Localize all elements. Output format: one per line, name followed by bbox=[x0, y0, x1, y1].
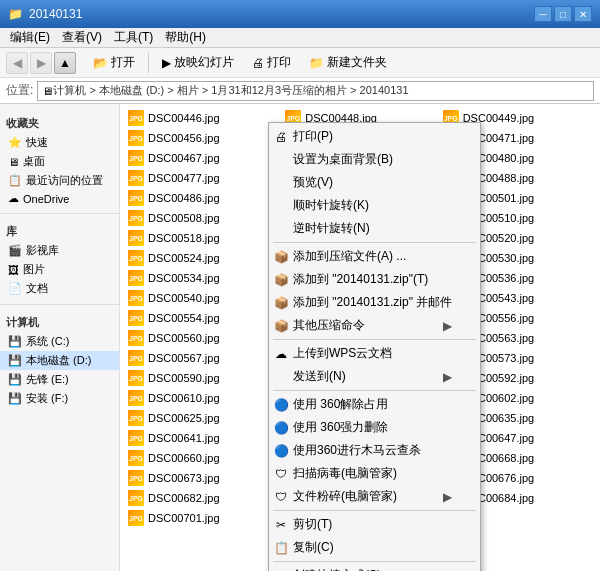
file-icon: JPG bbox=[128, 310, 144, 326]
submenu-arrow-icon: ▶ bbox=[443, 319, 452, 333]
context-menu-item[interactable]: ✂剪切(T) bbox=[269, 513, 480, 536]
close-button[interactable]: ✕ bbox=[574, 6, 592, 22]
context-menu-item-label: 扫描病毒(电脑管家) bbox=[293, 465, 397, 482]
file-item[interactable]: JPGDSC00518.jpg bbox=[124, 228, 281, 248]
print-button[interactable]: 🖨 打印 bbox=[245, 51, 298, 74]
sidebar-item-e[interactable]: 💾先锋 (E:) bbox=[0, 370, 119, 389]
file-item[interactable]: JPGDSC00641.jpg bbox=[124, 428, 281, 448]
file-item[interactable]: JPGDSC00508.jpg bbox=[124, 208, 281, 228]
context-menu-item[interactable]: 设置为桌面背景(B) bbox=[269, 148, 480, 171]
context-menu-item[interactable]: 📦添加到 "20140131.zip"(T) bbox=[269, 268, 480, 291]
file-item[interactable]: JPGDSC00486.jpg bbox=[124, 188, 281, 208]
file-item[interactable]: JPGDSC00560.jpg bbox=[124, 328, 281, 348]
sidebar-item-desktop[interactable]: 🖥桌面 bbox=[0, 152, 119, 171]
file-item[interactable]: JPGDSC00660.jpg bbox=[124, 448, 281, 468]
context-menu-item[interactable]: 逆时针旋转(N) bbox=[269, 217, 480, 240]
file-icon: JPG bbox=[128, 470, 144, 486]
forward-button[interactable]: ▶ bbox=[30, 52, 52, 74]
file-name: DSC00477.jpg bbox=[148, 172, 220, 184]
file-item[interactable]: JPGDSC00590.jpg bbox=[124, 368, 281, 388]
menu-help[interactable]: 帮助(H) bbox=[159, 28, 212, 47]
context-menu-item-icon: 📦 bbox=[273, 249, 289, 265]
context-menu-separator bbox=[273, 390, 476, 391]
file-name: DSC00467.jpg bbox=[148, 152, 220, 164]
file-icon: JPG bbox=[128, 230, 144, 246]
back-button[interactable]: ◀ bbox=[6, 52, 28, 74]
file-icon: JPG bbox=[128, 150, 144, 166]
new-folder-button[interactable]: 📁 新建文件夹 bbox=[302, 51, 394, 74]
sidebar-item-pictures[interactable]: 🖼图片 bbox=[0, 260, 119, 279]
file-item[interactable]: JPGDSC00477.jpg bbox=[124, 168, 281, 188]
address-bar: 位置: 🖥 计算机 > 本地磁盘 (D:) > 相片 > 1月31和12月3号压… bbox=[0, 78, 600, 104]
context-menu-item[interactable]: 📦添加到压缩文件(A) ... bbox=[269, 245, 480, 268]
context-menu-item[interactable]: 📦添加到 "20140131.zip" 并邮件 bbox=[269, 291, 480, 314]
menu-edit[interactable]: 编辑(E) bbox=[4, 28, 56, 47]
file-item[interactable]: JPGDSC00673.jpg bbox=[124, 468, 281, 488]
sidebar-item-quick[interactable]: ⭐快速 bbox=[0, 133, 119, 152]
sidebar-item-onedrive[interactable]: ☁OneDrive bbox=[0, 190, 119, 207]
title-bar-icon: 📁 bbox=[8, 7, 23, 21]
context-menu-item[interactable]: 🔵使用360进行木马云查杀 bbox=[269, 439, 480, 462]
address-path[interactable]: 🖥 计算机 > 本地磁盘 (D:) > 相片 > 1月31和12月3号压缩的相片… bbox=[37, 81, 594, 101]
file-icon: JPG bbox=[128, 210, 144, 226]
sidebar-item-videos[interactable]: 🎬影视库 bbox=[0, 241, 119, 260]
context-menu-item-icon: ☁ bbox=[273, 346, 289, 362]
context-menu-item-label: 逆时针旋转(N) bbox=[293, 220, 370, 237]
context-menu-item-icon: 🖨 bbox=[273, 129, 289, 145]
submenu-arrow-icon: ▶ bbox=[443, 370, 452, 384]
file-item[interactable]: JPGDSC00554.jpg bbox=[124, 308, 281, 328]
file-icon: JPG bbox=[128, 370, 144, 386]
context-menu-item[interactable]: 创建快捷方式(S) bbox=[269, 564, 480, 571]
toolbar-separator-1 bbox=[148, 53, 149, 73]
file-item[interactable]: JPGDSC00625.jpg bbox=[124, 408, 281, 428]
context-menu-item[interactable]: 🛡文件粉碎(电脑管家)▶ bbox=[269, 485, 480, 508]
context-menu-item[interactable]: 顺时针旋转(K) bbox=[269, 194, 480, 217]
file-item[interactable]: JPGDSC00701.jpg bbox=[124, 508, 281, 528]
file-icon: JPG bbox=[128, 130, 144, 146]
context-menu-item-label: 设置为桌面背景(B) bbox=[293, 151, 393, 168]
sidebar-item-d[interactable]: 💾本地磁盘 (D:) bbox=[0, 351, 119, 370]
file-item[interactable]: JPGDSC00682.jpg bbox=[124, 488, 281, 508]
context-menu-item[interactable]: ☁上传到WPS云文档 bbox=[269, 342, 480, 365]
sidebar-item-recent[interactable]: 📋最近访问的位置 bbox=[0, 171, 119, 190]
context-menu-item[interactable]: 发送到(N)▶ bbox=[269, 365, 480, 388]
up-button[interactable]: ▲ bbox=[54, 52, 76, 74]
file-item[interactable]: JPGDSC00446.jpg bbox=[124, 108, 281, 128]
file-icon: JPG bbox=[128, 410, 144, 426]
file-item[interactable]: JPGDSC00456.jpg bbox=[124, 128, 281, 148]
context-menu-item[interactable]: 📦其他压缩命令▶ bbox=[269, 314, 480, 337]
file-name: DSC00456.jpg bbox=[148, 132, 220, 144]
file-item[interactable]: JPGDSC00610.jpg bbox=[124, 388, 281, 408]
main-area: 收藏夹 ⭐快速 🖥桌面 📋最近访问的位置 ☁OneDrive 库 🎬影视库 🖼图… bbox=[0, 104, 600, 571]
slideshow-button[interactable]: ▶ 放映幻灯片 bbox=[155, 51, 241, 74]
file-item[interactable]: JPGDSC00534.jpg bbox=[124, 268, 281, 288]
context-menu-item[interactable]: 🔵使用 360解除占用 bbox=[269, 393, 480, 416]
context-menu-item[interactable]: 🛡扫描病毒(电脑管家) bbox=[269, 462, 480, 485]
file-name: DSC00560.jpg bbox=[148, 332, 220, 344]
file-item[interactable]: JPGDSC00540.jpg bbox=[124, 288, 281, 308]
maximize-button[interactable]: □ bbox=[554, 6, 572, 22]
sidebar-item-docs[interactable]: 📄文档 bbox=[0, 279, 119, 298]
sidebar-item-f[interactable]: 💾安装 (F:) bbox=[0, 389, 119, 408]
file-item[interactable]: JPGDSC00467.jpg bbox=[124, 148, 281, 168]
context-menu-item[interactable]: 预览(V) bbox=[269, 171, 480, 194]
open-button[interactable]: 📂 打开 bbox=[86, 51, 142, 74]
minimize-button[interactable]: ─ bbox=[534, 6, 552, 22]
menu-view[interactable]: 查看(V) bbox=[56, 28, 108, 47]
file-icon: JPG bbox=[128, 430, 144, 446]
context-menu-item[interactable]: 🔵使用 360强力删除 bbox=[269, 416, 480, 439]
sidebar-computer-header: 计算机 bbox=[0, 311, 119, 332]
menu-tools[interactable]: 工具(T) bbox=[108, 28, 159, 47]
file-icon: JPG bbox=[128, 170, 144, 186]
file-item[interactable]: JPGDSC00524.jpg bbox=[124, 248, 281, 268]
context-menu-item-icon: 📦 bbox=[273, 295, 289, 311]
submenu-arrow-icon: ▶ bbox=[443, 490, 452, 504]
context-menu-item[interactable]: 📋复制(C) bbox=[269, 536, 480, 559]
sidebar-libraries: 库 🎬影视库 🖼图片 📄文档 bbox=[0, 218, 119, 300]
file-name: DSC00660.jpg bbox=[148, 452, 220, 464]
sidebar-item-c[interactable]: 💾系统 (C:) bbox=[0, 332, 119, 351]
context-menu-item[interactable]: 🖨打印(P) bbox=[269, 125, 480, 148]
context-menu-item-label: 复制(C) bbox=[293, 539, 334, 556]
open-icon: 📂 bbox=[93, 56, 108, 70]
file-item[interactable]: JPGDSC00567.jpg bbox=[124, 348, 281, 368]
